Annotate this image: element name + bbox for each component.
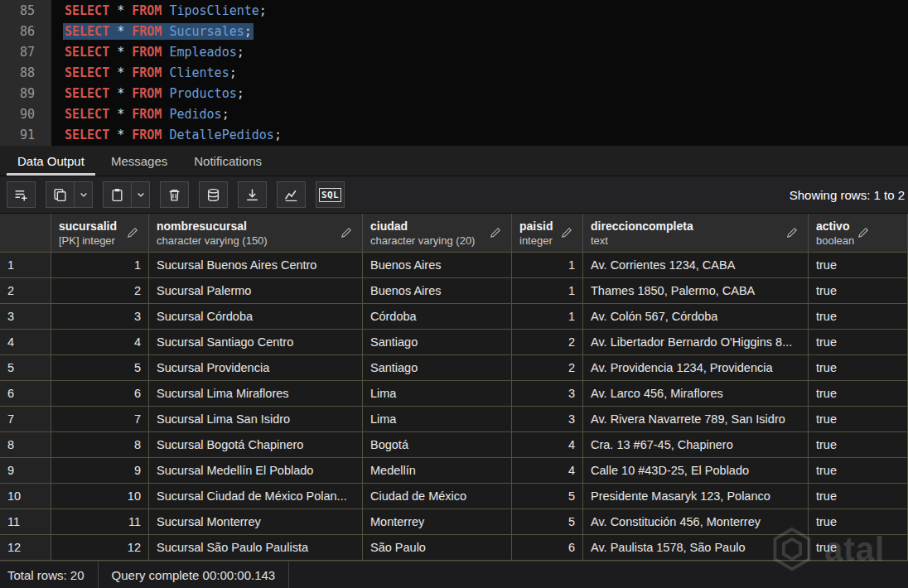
paste-dropdown-button[interactable] [131, 181, 150, 208]
sql-line[interactable]: SELECT * FROM Pedidos; [63, 104, 908, 125]
row-number[interactable]: 5 [0, 355, 51, 381]
cell-paisid[interactable]: 1 [512, 278, 583, 304]
cell-direccioncompleta[interactable]: Cra. 13 #67-45, Chapinero [583, 432, 809, 458]
cell-sucursalid[interactable]: 3 [51, 304, 149, 330]
cell-paisid[interactable]: 5 [512, 509, 583, 535]
cell-paisid[interactable]: 1 [512, 253, 583, 278]
cell-nombresucursal[interactable]: Sucursal Medellín El Poblado [149, 458, 363, 484]
cell-nombresucursal[interactable]: Sucursal Buenos Aires Centro [149, 253, 363, 278]
cell-activo[interactable]: true [809, 330, 908, 355]
cell-direccioncompleta[interactable]: Av. Providencia 1234, Providencia [583, 355, 809, 381]
cell-direccioncompleta[interactable]: Presidente Masaryk 123, Polanco [583, 484, 809, 509]
cell-sucursalid[interactable]: 4 [51, 330, 149, 355]
paste-button[interactable] [103, 181, 132, 208]
cell-activo[interactable]: true [809, 432, 908, 458]
delete-rows-button[interactable] [160, 181, 189, 208]
column-header-direccioncompleta[interactable]: direccioncompletatext [583, 214, 809, 252]
column-header-sucursalid[interactable]: sucursalid[PK] integer [51, 214, 149, 252]
row-number[interactable]: 2 [0, 278, 51, 304]
cell-activo[interactable]: true [809, 253, 908, 278]
copy-button[interactable] [46, 181, 75, 208]
cell-sucursalid[interactable]: 8 [51, 432, 149, 458]
row-number[interactable]: 8 [0, 432, 51, 458]
cell-sucursalid[interactable]: 1 [51, 253, 149, 278]
cell-sucursalid[interactable]: 11 [51, 509, 149, 535]
cell-nombresucursal[interactable]: Sucursal Providencia [149, 355, 363, 381]
cell-sucursalid[interactable]: 10 [51, 484, 149, 509]
cell-activo[interactable]: true [809, 381, 908, 407]
cell-paisid[interactable]: 3 [512, 381, 583, 407]
cell-nombresucursal[interactable]: Sucursal Córdoba [149, 304, 363, 330]
cell-sucursalid[interactable]: 9 [51, 458, 149, 484]
sql-line[interactable]: SELECT * FROM Clientes; [63, 63, 908, 84]
row-number[interactable]: 12 [0, 535, 51, 561]
column-header-nombresucursal[interactable]: nombresucursalcharacter varying (150) [149, 214, 363, 252]
cell-sucursalid[interactable]: 12 [51, 535, 149, 561]
save-data-button[interactable] [199, 181, 228, 208]
row-number[interactable]: 4 [0, 330, 51, 355]
cell-ciudad[interactable]: Lima [363, 381, 512, 407]
cell-sucursalid[interactable]: 6 [51, 381, 149, 407]
cell-nombresucursal[interactable]: Sucursal Lima Miraflores [149, 381, 363, 407]
sql-line[interactable]: SELECT * FROM Sucursales; [63, 22, 908, 42]
cell-direccioncompleta[interactable]: Av. Libertador Bernardo O'Higgins 8... [583, 330, 809, 355]
cell-ciudad[interactable]: Bogotá [363, 432, 512, 458]
cell-nombresucursal[interactable]: Sucursal Bogotá Chapinero [149, 432, 363, 458]
cell-paisid[interactable]: 4 [512, 458, 583, 484]
sql-line[interactable]: SELECT * FROM Productos; [63, 84, 908, 104]
cell-ciudad[interactable]: Lima [363, 407, 512, 432]
cell-activo[interactable]: true [809, 278, 908, 304]
cell-direccioncompleta[interactable]: Av. Rivera Navarrete 789, San Isidro [583, 407, 809, 432]
cell-direccioncompleta[interactable]: Av. Colón 567, Córdoba [583, 304, 809, 330]
cell-activo[interactable]: true [809, 509, 908, 535]
cell-ciudad[interactable]: Córdoba [363, 304, 512, 330]
cell-ciudad[interactable]: Buenos Aires [363, 253, 512, 278]
cell-direccioncompleta[interactable]: Av. Paulista 1578, São Paulo [583, 535, 809, 561]
column-header-paisid[interactable]: paisidinteger [512, 214, 583, 252]
cell-activo[interactable]: true [809, 355, 908, 381]
cell-paisid[interactable]: 2 [512, 355, 583, 381]
cell-direccioncompleta[interactable]: Thames 1850, Palermo, CABA [583, 278, 809, 304]
cell-paisid[interactable]: 2 [512, 330, 583, 355]
copy-dropdown-button[interactable] [74, 181, 93, 208]
cell-ciudad[interactable]: São Paulo [363, 535, 512, 561]
row-number[interactable]: 10 [0, 484, 51, 509]
editor-code[interactable]: SELECT * FROM TiposCliente;SELECT * FROM… [51, 0, 908, 146]
column-header-activo[interactable]: activoboolean [809, 214, 908, 252]
row-number[interactable]: 11 [0, 509, 51, 535]
cell-ciudad[interactable]: Medellín [363, 458, 512, 484]
download-results-button[interactable] [238, 181, 267, 208]
add-row-button[interactable] [7, 181, 36, 208]
cell-activo[interactable]: true [809, 407, 908, 432]
cell-paisid[interactable]: 3 [512, 407, 583, 432]
cell-ciudad[interactable]: Santiago [363, 330, 512, 355]
cell-direccioncompleta[interactable]: Calle 10 #43D-25, El Poblado [583, 458, 809, 484]
cell-paisid[interactable]: 5 [512, 484, 583, 509]
cell-direccioncompleta[interactable]: Av. Constitución 456, Monterrey [583, 509, 809, 535]
cell-ciudad[interactable]: Santiago [363, 355, 512, 381]
row-number[interactable]: 6 [0, 381, 51, 407]
sql-line[interactable]: SELECT * FROM TiposCliente; [63, 1, 908, 22]
cell-nombresucursal[interactable]: Sucursal Lima San Isidro [149, 407, 363, 432]
cell-nombresucursal[interactable]: Sucursal São Paulo Paulista [149, 535, 363, 561]
row-number[interactable]: 7 [0, 407, 51, 432]
sql-line[interactable]: SELECT * FROM DetallePedidos; [63, 125, 908, 146]
cell-nombresucursal[interactable]: Sucursal Palermo [149, 278, 363, 304]
cell-activo[interactable]: true [809, 484, 908, 509]
graph-visualiser-button[interactable] [277, 181, 306, 208]
tab-data-output[interactable]: Data Output [7, 146, 95, 176]
cell-activo[interactable]: true [809, 535, 908, 561]
cell-paisid[interactable]: 4 [512, 432, 583, 458]
cell-ciudad[interactable]: Buenos Aires [363, 278, 512, 304]
cell-activo[interactable]: true [809, 458, 908, 484]
cell-ciudad[interactable]: Ciudad de México [363, 484, 512, 509]
sql-editor[interactable]: 85868788899091 SELECT * FROM TiposClient… [0, 0, 908, 146]
cell-activo[interactable]: true [809, 304, 908, 330]
row-number[interactable]: 9 [0, 458, 51, 484]
cell-sucursalid[interactable]: 5 [51, 355, 149, 381]
cell-nombresucursal[interactable]: Sucursal Monterrey [149, 509, 363, 535]
column-header-ciudad[interactable]: ciudadcharacter varying (20) [363, 214, 512, 252]
cell-sucursalid[interactable]: 2 [51, 278, 149, 304]
cell-paisid[interactable]: 6 [512, 535, 583, 561]
row-number[interactable]: 3 [0, 304, 51, 330]
